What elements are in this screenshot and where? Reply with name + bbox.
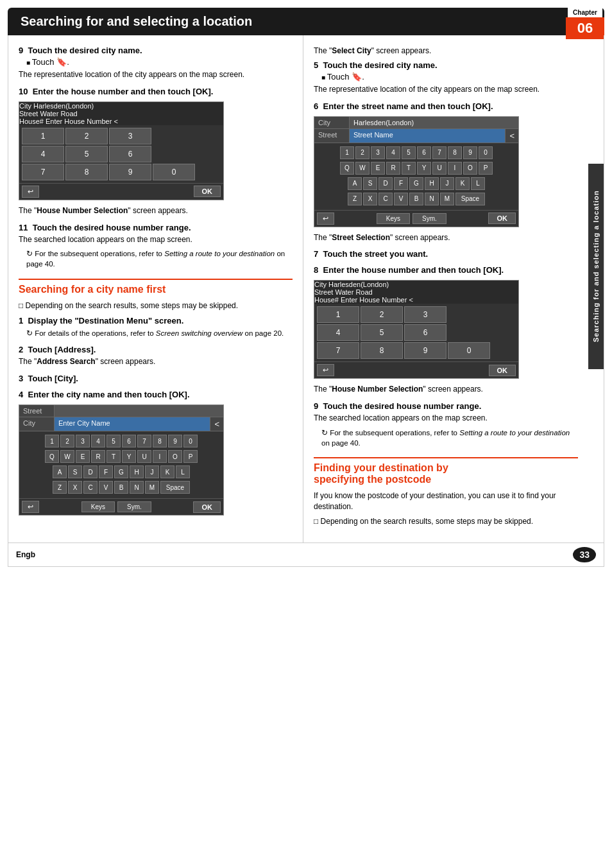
key-2-city[interactable]: 2	[60, 435, 74, 447]
key-c-city[interactable]: C	[83, 481, 98, 494]
key-q-city[interactable]: Q	[45, 450, 59, 463]
sym-btn-street[interactable]: Sym.	[412, 213, 446, 224]
key-8-city[interactable]: 8	[153, 435, 167, 447]
key-9-city[interactable]: 9	[168, 435, 182, 447]
ok-btn-10[interactable]: OK	[194, 186, 221, 197]
key-g-st[interactable]: G	[409, 177, 423, 190]
key-h-st[interactable]: H	[425, 177, 439, 190]
key-y-st[interactable]: Y	[417, 162, 431, 175]
key-x-city[interactable]: X	[68, 481, 82, 494]
back-btn-street[interactable]: ↩	[317, 213, 334, 225]
key-t-city[interactable]: T	[106, 450, 121, 463]
key-9-10[interactable]: 9	[109, 164, 151, 180]
key-e-city[interactable]: E	[76, 450, 90, 463]
key-j-city[interactable]: J	[145, 465, 159, 478]
key-4-city[interactable]: 4	[91, 435, 105, 447]
back-btn-city[interactable]: ↩	[22, 501, 39, 513]
key-8-8[interactable]: 8	[361, 342, 403, 359]
backspace-street[interactable]: <	[505, 129, 518, 143]
key-7-city[interactable]: 7	[137, 435, 151, 447]
key-f-city[interactable]: F	[99, 465, 113, 478]
key-5-st[interactable]: 5	[402, 146, 416, 159]
key-o-st[interactable]: O	[463, 162, 477, 175]
key-q-st[interactable]: Q	[340, 162, 354, 175]
key-g-city[interactable]: G	[114, 465, 128, 478]
backspace-city[interactable]: <	[210, 417, 223, 431]
key-2-8[interactable]: 2	[361, 306, 403, 323]
sym-btn-city[interactable]: Sym.	[117, 501, 151, 512]
key-3-city[interactable]: 3	[76, 435, 90, 447]
key-r-st[interactable]: R	[386, 162, 400, 175]
key-6-8[interactable]: 6	[404, 324, 446, 341]
key-7-8[interactable]: 7	[317, 342, 359, 359]
key-0-st[interactable]: 0	[479, 146, 493, 159]
key-5-10[interactable]: 5	[65, 146, 108, 162]
key-2-10[interactable]: 2	[65, 128, 108, 144]
key-a-st[interactable]: A	[348, 177, 362, 190]
key-m-city[interactable]: M	[145, 481, 159, 494]
key-1-10[interactable]: 1	[22, 128, 64, 144]
key-1-st[interactable]: 1	[340, 146, 354, 159]
ok-btn-city[interactable]: OK	[193, 501, 221, 513]
key-8-10[interactable]: 8	[65, 164, 108, 180]
key-b-st[interactable]: B	[409, 193, 423, 205]
key-k-city[interactable]: K	[160, 465, 174, 478]
key-s-city[interactable]: S	[68, 465, 82, 478]
key-d-city[interactable]: D	[83, 465, 98, 478]
key-t-st[interactable]: T	[402, 162, 416, 175]
key-a-city[interactable]: A	[53, 465, 67, 478]
key-o-city[interactable]: O	[168, 450, 182, 463]
key-v-city[interactable]: V	[99, 481, 113, 494]
key-2-st[interactable]: 2	[355, 146, 370, 159]
key-9-st[interactable]: 9	[463, 146, 477, 159]
key-u-st[interactable]: U	[432, 162, 446, 175]
key-n-st[interactable]: N	[425, 193, 439, 205]
key-space-st[interactable]: Space	[455, 193, 485, 205]
key-4-st[interactable]: 4	[386, 146, 400, 159]
key-w-city[interactable]: W	[60, 450, 74, 463]
key-p-city[interactable]: P	[183, 450, 198, 463]
key-6-10[interactable]: 6	[109, 146, 151, 162]
key-3-10[interactable]: 3	[109, 128, 151, 144]
key-j-st[interactable]: J	[440, 177, 454, 190]
back-btn-8[interactable]: ↩	[317, 364, 334, 376]
key-l-st[interactable]: L	[471, 177, 485, 190]
key-e-st[interactable]: E	[371, 162, 385, 175]
ok-btn-8[interactable]: OK	[489, 365, 516, 376]
key-3-st[interactable]: 3	[371, 146, 385, 159]
key-d-st[interactable]: D	[378, 177, 393, 190]
key-5-8[interactable]: 5	[361, 324, 403, 341]
key-6-st[interactable]: 6	[417, 146, 431, 159]
key-5-city[interactable]: 5	[106, 435, 121, 447]
key-1-8[interactable]: 1	[317, 306, 359, 323]
key-space-city[interactable]: Space	[160, 481, 190, 494]
key-z-city[interactable]: Z	[53, 481, 67, 494]
key-f-st[interactable]: F	[394, 177, 408, 190]
key-x-st[interactable]: X	[363, 193, 377, 205]
backspace-10[interactable]: <	[114, 117, 117, 125]
key-i-city[interactable]: I	[153, 450, 167, 463]
key-v-st[interactable]: V	[394, 193, 408, 205]
key-7-10[interactable]: 7	[22, 164, 64, 180]
key-8-st[interactable]: 8	[448, 146, 462, 159]
key-s-st[interactable]: S	[363, 177, 377, 190]
key-6-city[interactable]: 6	[122, 435, 136, 447]
key-h-city[interactable]: H	[130, 465, 144, 478]
key-3-8[interactable]: 3	[404, 306, 446, 323]
key-l-city[interactable]: L	[176, 465, 190, 478]
key-b-city[interactable]: B	[114, 481, 128, 494]
key-p-st[interactable]: P	[479, 162, 493, 175]
key-4-10[interactable]: 4	[22, 146, 64, 162]
keys-btn-street[interactable]: Keys	[377, 213, 410, 224]
key-7-st[interactable]: 7	[432, 146, 446, 159]
key-i-st[interactable]: I	[448, 162, 462, 175]
key-0-8[interactable]: 0	[448, 342, 490, 359]
keys-btn-city[interactable]: Keys	[81, 501, 115, 512]
backspace-8[interactable]: <	[409, 296, 412, 304]
key-w-st[interactable]: W	[355, 162, 370, 175]
key-1-city[interactable]: 1	[45, 435, 59, 447]
key-n-city[interactable]: N	[130, 481, 144, 494]
key-0-city[interactable]: 0	[183, 435, 198, 447]
key-y-city[interactable]: Y	[122, 450, 136, 463]
key-m-st[interactable]: M	[440, 193, 454, 205]
